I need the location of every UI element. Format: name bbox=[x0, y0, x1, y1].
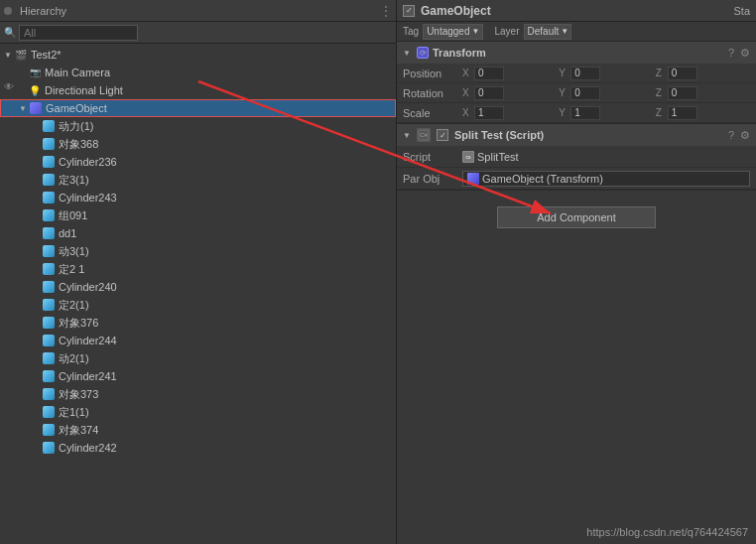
rotation-y-input[interactable] bbox=[570, 86, 600, 100]
right-panel: GameObject Sta Tag Untagged ▼ Layer Defa… bbox=[397, 0, 756, 544]
tree-item-item14[interactable]: 动2(1) bbox=[0, 349, 396, 367]
position-z-input[interactable] bbox=[668, 67, 697, 80]
transform-title: Transform bbox=[433, 47, 486, 59]
transform-collapse-arrow[interactable]: ▼ bbox=[403, 49, 413, 58]
gameobject-enabled-checkbox[interactable] bbox=[403, 5, 415, 17]
rotation-x-field: X bbox=[462, 86, 557, 100]
gameobject-icon bbox=[29, 101, 43, 115]
split-test-settings-icon[interactable]: ⚙ bbox=[740, 129, 750, 142]
scale-x-field: X bbox=[462, 106, 557, 120]
tree-item-item10[interactable]: Cylinder240 bbox=[0, 278, 396, 296]
script-file-icon: cs bbox=[462, 151, 474, 163]
script-field-label: Script bbox=[403, 151, 462, 163]
cube-icon-10 bbox=[42, 280, 56, 294]
tree-item-item11[interactable]: 定2(1) bbox=[0, 296, 396, 314]
position-x-input[interactable] bbox=[474, 67, 504, 80]
parobj-value[interactable]: GameObject (Transform) bbox=[462, 171, 750, 187]
tree-item-directional-light[interactable]: 💡 Directional Light bbox=[0, 81, 396, 99]
tree-item-item15[interactable]: Cylinder241 bbox=[0, 367, 396, 385]
cube-icon-8 bbox=[42, 244, 56, 258]
tree-item-item13[interactable]: Cylinder244 bbox=[0, 332, 396, 349]
hierarchy-tab[interactable]: Hierarchy bbox=[16, 5, 70, 17]
tree-item-item5[interactable]: Cylinder243 bbox=[0, 189, 396, 206]
transform-icon: ⟳ bbox=[417, 47, 429, 59]
tree-item-item16[interactable]: 对象373 bbox=[0, 385, 396, 403]
split-test-section: ▼ C# Split Test (Script) ? ⚙ Script bbox=[397, 124, 756, 191]
hierarchy-tree: ▼ 🎬 Test2* 📷 Main Camera 💡 Directional L… bbox=[0, 44, 396, 544]
cube-icon-11 bbox=[42, 298, 56, 312]
rotation-z-input[interactable] bbox=[668, 86, 697, 100]
cube-icon-13 bbox=[42, 334, 56, 347]
transform-settings-icon[interactable]: ⚙ bbox=[740, 47, 750, 60]
parobj-label: Par Obj bbox=[403, 173, 462, 185]
tree-item-item12[interactable]: 对象376 bbox=[0, 314, 396, 332]
tag-dropdown[interactable]: Untagged ▼ bbox=[423, 24, 482, 40]
rotation-x-input[interactable] bbox=[474, 86, 504, 100]
panel-menu-icon[interactable]: ⋮ bbox=[380, 4, 392, 18]
position-x-label: X bbox=[462, 68, 472, 78]
tree-item-item19[interactable]: Cylinder242 bbox=[0, 439, 396, 457]
layer-dropdown[interactable]: Default ▼ bbox=[524, 24, 572, 40]
tree-item-item18[interactable]: 对象374 bbox=[0, 421, 396, 439]
main-layout: Hierarchy ⋮ 🔍 ▼ 🎬 Test2* 📷 Main Camera bbox=[0, 0, 756, 544]
position-y-input[interactable] bbox=[570, 67, 600, 80]
position-row: Position X Y Z bbox=[397, 64, 756, 83]
transform-menu: ? ⚙ bbox=[728, 47, 750, 60]
tree-item-item8[interactable]: 动3(1) bbox=[0, 242, 396, 260]
script-name: SplitTest bbox=[477, 151, 519, 163]
tree-label-2: 对象368 bbox=[59, 137, 98, 152]
tree-label-12: 对象376 bbox=[59, 316, 98, 331]
tree-label-11: 定2(1) bbox=[59, 298, 89, 313]
script-collapse-arrow[interactable]: ▼ bbox=[403, 131, 413, 140]
split-test-help-icon[interactable]: ? bbox=[728, 129, 734, 142]
search-input[interactable] bbox=[19, 25, 138, 41]
script-enabled-checkbox[interactable] bbox=[437, 129, 448, 141]
cube-icon-16 bbox=[42, 387, 56, 401]
tree-item-item7[interactable]: dd1 bbox=[0, 224, 396, 242]
tree-item-gameobject[interactable]: ▼ GameObject bbox=[0, 99, 396, 117]
cube-icon-4 bbox=[42, 173, 56, 187]
rotation-x-label: X bbox=[462, 87, 472, 98]
tree-label-17: 定1(1) bbox=[59, 405, 89, 420]
tree-label-9: 定2 1 bbox=[59, 262, 84, 277]
scale-x-input[interactable] bbox=[474, 106, 504, 120]
scale-xyz: X Y Z bbox=[462, 106, 750, 120]
cube-icon-7 bbox=[42, 226, 56, 240]
tree-item-camera[interactable]: 📷 Main Camera bbox=[0, 64, 396, 81]
scale-y-input[interactable] bbox=[570, 106, 600, 120]
cube-icon-6 bbox=[42, 208, 56, 222]
position-label: Position bbox=[403, 68, 462, 79]
scale-z-label: Z bbox=[656, 107, 666, 118]
cube-icon-12 bbox=[42, 316, 56, 330]
rotation-y-label: Y bbox=[559, 87, 568, 98]
position-z-label: Z bbox=[656, 68, 666, 78]
tree-label-13: Cylinder244 bbox=[59, 335, 117, 346]
transform-help-icon[interactable]: ? bbox=[728, 47, 734, 60]
left-panel: Hierarchy ⋮ 🔍 ▼ 🎬 Test2* 📷 Main Camera bbox=[0, 0, 397, 544]
tree-item-item9[interactable]: 定2 1 bbox=[0, 260, 396, 278]
tab-dots bbox=[4, 7, 12, 15]
position-y-label: Y bbox=[559, 68, 568, 78]
cube-icon-15 bbox=[42, 369, 56, 383]
tree-item-item2[interactable]: 对象368 bbox=[0, 135, 396, 153]
split-test-title: Split Test (Script) bbox=[454, 129, 544, 141]
tree-item-test2[interactable]: ▼ 🎬 Test2* bbox=[0, 46, 396, 64]
cube-icon-9 bbox=[42, 262, 56, 276]
tree-item-item6[interactable]: 组091 bbox=[0, 206, 396, 224]
scale-z-input[interactable] bbox=[668, 106, 697, 120]
cube-icon-19 bbox=[42, 441, 56, 455]
tree-item-item4[interactable]: 定3(1) bbox=[0, 171, 396, 189]
visibility-eye-icon[interactable]: 👁 bbox=[4, 81, 14, 92]
tree-item-item17[interactable]: 定1(1) bbox=[0, 403, 396, 421]
tree-label-3: Cylinder236 bbox=[59, 156, 117, 168]
tag-label: Tag bbox=[403, 26, 419, 37]
tree-label-4: 定3(1) bbox=[59, 173, 89, 188]
camera-icon: 📷 bbox=[28, 66, 42, 79]
position-x-field: X bbox=[462, 67, 557, 80]
cube-icon-18 bbox=[42, 423, 56, 437]
layer-value: Default bbox=[528, 26, 560, 37]
tag-layer-row: Tag Untagged ▼ Layer Default ▼ bbox=[397, 22, 756, 42]
add-component-button[interactable]: Add Component bbox=[497, 206, 656, 228]
tree-item-item1[interactable]: 动力(1) bbox=[0, 117, 396, 135]
tree-item-item3[interactable]: Cylinder236 bbox=[0, 153, 396, 171]
